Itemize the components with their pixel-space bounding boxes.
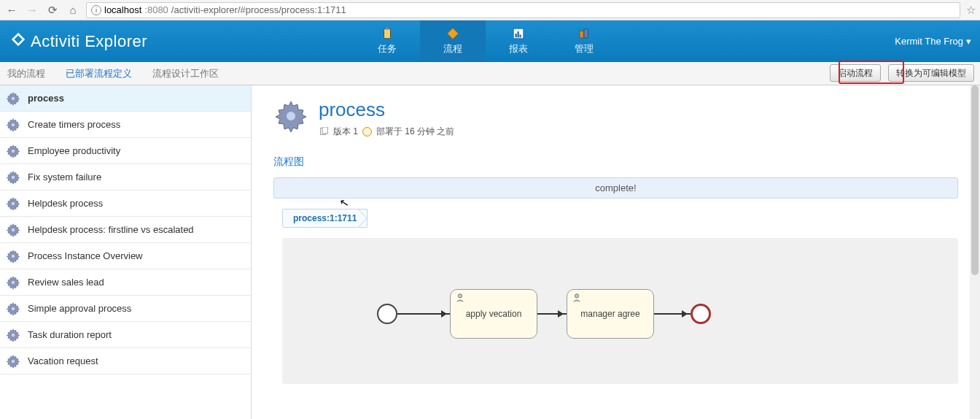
bpmn-flow xyxy=(654,313,691,315)
sidebar-item[interactable]: Vacation request xyxy=(0,348,251,374)
back-button[interactable]: ← xyxy=(4,3,19,18)
nav-tab-label: 流程 xyxy=(443,42,462,55)
gear-icon xyxy=(6,354,20,369)
scrollbar[interactable] xyxy=(970,85,980,419)
scrollbar-thumb[interactable] xyxy=(971,85,979,275)
gear-icon xyxy=(6,196,20,211)
user-icon xyxy=(572,293,582,303)
svg-point-13 xyxy=(11,228,15,232)
svg-point-11 xyxy=(11,175,15,180)
url-path: /activiti-explorer/#process/process:1:17… xyxy=(171,4,346,15)
user-menu[interactable]: Kermit The Frog ▾ xyxy=(895,20,971,62)
subnav-deployed[interactable]: 已部署流程定义 xyxy=(66,67,132,80)
svg-rect-7 xyxy=(584,29,588,38)
svg-point-23 xyxy=(458,294,462,298)
gear-icon xyxy=(6,249,20,264)
bpmn-diagram[interactable]: apply vecation manager agree xyxy=(282,238,958,384)
subnav-my-process[interactable]: 我的流程 xyxy=(7,67,45,80)
deploy-label: 部署于 16 分钟 之前 xyxy=(376,126,454,138)
sidebar-item-label: Fix system failure xyxy=(28,172,101,182)
browser-toolbar: ← → ⟳ ⌂ i localhost:8080/activiti-explor… xyxy=(0,0,980,20)
sidebar-item[interactable]: Helpdesk process: firstline vs escalated xyxy=(0,217,251,243)
buildings-icon xyxy=(578,27,591,40)
svg-point-10 xyxy=(11,149,15,153)
nav-tab-admin[interactable]: 管理 xyxy=(551,20,617,62)
svg-point-15 xyxy=(11,280,15,285)
sidebar: processCreate timers processEmployee pro… xyxy=(0,85,252,419)
gear-icon xyxy=(6,170,20,185)
bpmn-end-event[interactable] xyxy=(691,304,711,324)
forward-button[interactable]: → xyxy=(25,3,39,18)
gear-icon xyxy=(6,144,20,158)
svg-rect-4 xyxy=(518,31,519,37)
logo-brand: Activiti xyxy=(31,32,80,50)
reload-button[interactable]: ⟳ xyxy=(45,3,60,18)
clipboard-icon xyxy=(381,27,394,40)
sidebar-item-label: process xyxy=(28,93,64,104)
sidebar-item-label: Simple approval process xyxy=(28,303,131,314)
svg-point-14 xyxy=(11,254,15,258)
bpmn-flow xyxy=(537,313,567,315)
status-bar: complete! xyxy=(273,177,958,199)
sidebar-item[interactable]: Task duration report xyxy=(0,322,251,348)
user-icon xyxy=(455,293,465,303)
sidebar-item-label: Vacation request xyxy=(28,355,98,366)
sidebar-item[interactable]: Fix system failure xyxy=(0,164,251,191)
sidebar-item-label: Employee productivity xyxy=(28,145,120,156)
sidebar-item[interactable]: Process Instance Overview xyxy=(0,243,251,269)
subnav-designer[interactable]: 流程设计工作区 xyxy=(152,67,219,80)
page-meta: 版本 1 部署于 16 分钟 之前 xyxy=(319,126,454,138)
logo[interactable]: Activiti Explorer xyxy=(0,20,158,62)
sidebar-item[interactable]: process xyxy=(0,85,251,112)
svg-rect-1 xyxy=(386,28,389,30)
top-nav: Activiti Explorer 任务 流程 报表 管理 Kermit The… xyxy=(0,20,980,62)
svg-point-18 xyxy=(11,359,15,364)
nav-tab-process[interactable]: 流程 xyxy=(420,20,486,62)
bpmn-start-event[interactable] xyxy=(377,304,397,324)
svg-point-8 xyxy=(11,96,15,101)
svg-point-12 xyxy=(11,201,15,206)
url-port: :8080 xyxy=(144,4,168,15)
nav-tab-tasks[interactable]: 任务 xyxy=(354,20,420,62)
gear-icon xyxy=(6,118,20,132)
sidebar-item[interactable]: Helpdesk process xyxy=(0,191,251,217)
gear-icon xyxy=(6,275,20,290)
nav-tab-label: 管理 xyxy=(575,42,594,55)
svg-point-16 xyxy=(11,307,15,311)
svg-rect-3 xyxy=(516,34,517,37)
nav-tab-reports[interactable]: 报表 xyxy=(486,20,551,62)
convert-model-button[interactable]: 转换为可编辑模型 xyxy=(888,64,974,82)
start-process-button[interactable]: 启动流程 xyxy=(830,64,881,82)
copy-icon xyxy=(319,127,329,137)
home-button[interactable]: ⌂ xyxy=(66,3,80,18)
bpmn-task-manager[interactable]: manager agree xyxy=(567,289,654,339)
sidebar-item[interactable]: Review sales lead xyxy=(0,269,251,296)
gear-icon xyxy=(273,99,308,134)
section-title: 流程图 xyxy=(273,155,958,169)
logo-sub: Explorer xyxy=(85,32,147,50)
bookmark-icon[interactable]: ☆ xyxy=(966,4,976,17)
sidebar-item[interactable]: Employee productivity xyxy=(0,138,251,164)
clock-icon xyxy=(362,127,372,137)
sidebar-item[interactable]: Simple approval process xyxy=(0,296,251,322)
sidebar-item-label: Helpdesk process: firstline vs escalated xyxy=(28,224,194,235)
user-name: Kermit The Frog xyxy=(895,36,963,47)
svg-rect-5 xyxy=(520,35,521,38)
url-host: localhost xyxy=(104,4,141,15)
logo-icon xyxy=(10,31,26,51)
bpmn-task-apply[interactable]: apply vecation xyxy=(450,289,537,339)
site-info-icon[interactable]: i xyxy=(91,5,101,15)
svg-point-17 xyxy=(11,333,15,337)
sub-nav: 我的流程 已部署流程定义 流程设计工作区 启动流程 转换为可编辑模型 xyxy=(0,62,980,85)
task-label: manager agree xyxy=(580,309,639,319)
page-title: process xyxy=(319,99,454,121)
breadcrumb[interactable]: process:1:1711 xyxy=(282,209,368,228)
address-bar[interactable]: i localhost:8080/activiti-explorer/#proc… xyxy=(86,2,960,18)
chart-icon xyxy=(512,27,525,40)
sidebar-item-label: Helpdesk process xyxy=(28,198,103,209)
nav-tabs: 任务 流程 报表 管理 xyxy=(354,20,617,62)
version-label: 版本 1 xyxy=(333,126,358,138)
gear-icon xyxy=(6,91,20,106)
sidebar-item[interactable]: Create timers process xyxy=(0,112,251,138)
sidebar-item-label: Task duration report xyxy=(28,329,112,340)
